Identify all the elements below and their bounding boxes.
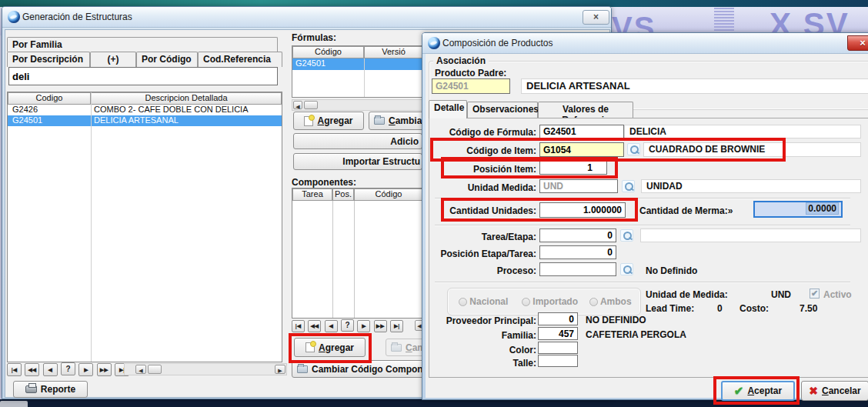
- posicion-etapa-field[interactable]: [539, 245, 616, 259]
- nav-help-button[interactable]: ?: [341, 319, 354, 332]
- radio-nacional[interactable]: Nacional: [459, 296, 508, 307]
- proveedor-field[interactable]: [538, 312, 578, 325]
- proceso-field[interactable]: [539, 262, 616, 276]
- table-row-selected[interactable]: G24501 DELICIA ARTESANAL: [8, 115, 282, 126]
- tarea-etapa-label: Tarea/Etapa:: [436, 232, 536, 242]
- posicion-item-label: Posición Item:: [436, 164, 536, 175]
- tab-plus[interactable]: (+): [90, 52, 136, 67]
- posicion-item-field[interactable]: [539, 161, 607, 175]
- cancelar-button[interactable]: ✖ Cancelar: [801, 381, 868, 401]
- formulas-row-selected[interactable]: G24501: [292, 58, 423, 70]
- cantidad-merma-field[interactable]: 0.0000: [753, 201, 843, 218]
- column-header-version[interactable]: Versió: [364, 46, 423, 58]
- color-label: Color:: [429, 345, 536, 355]
- column-header-pos[interactable]: Pos.: [332, 188, 354, 201]
- formulas-scrollbar[interactable]: ◀: [292, 99, 424, 111]
- posicion-etapa-label: Posición Etapa/Tarea:: [429, 249, 536, 259]
- aceptar-button[interactable]: ✔ Aceptar: [721, 381, 795, 401]
- close-icon[interactable]: ×: [847, 35, 868, 51]
- producto-padre-field[interactable]: [432, 78, 510, 94]
- tab-por-familia[interactable]: Por Familia: [7, 37, 278, 52]
- codigo-item-field[interactable]: [539, 142, 624, 157]
- scroll-left-icon[interactable]: ◀: [135, 365, 146, 374]
- asociacion-label: Asociación: [433, 55, 489, 66]
- scroll-thumb[interactable]: [304, 101, 318, 109]
- lookup-icon[interactable]: [627, 143, 640, 155]
- column-divider: [364, 58, 365, 97]
- nav-back-button[interactable]: ◀: [43, 363, 58, 376]
- tab-valores-referencia[interactable]: Valores de Referencia: [538, 102, 633, 118]
- tab-detalle[interactable]: Detalle: [429, 100, 467, 118]
- componentes-table: Tarea Pos. Código: [292, 188, 424, 319]
- tab-por-descripcion[interactable]: Por Descripción: [7, 52, 90, 67]
- scroll-right-icon[interactable]: ▶: [275, 365, 285, 374]
- horizontal-scrollbar[interactable]: ◀ ▶: [124, 363, 287, 375]
- adicional-button[interactable]: Adicio: [293, 133, 422, 149]
- column-header-tarea[interactable]: Tarea: [292, 188, 332, 201]
- componentes-agregar-button[interactable]: Agregar: [294, 338, 366, 357]
- column-divider: [332, 201, 333, 318]
- printer-icon: [25, 385, 37, 393]
- nav-help-button[interactable]: ?: [61, 362, 75, 375]
- nav-last-button[interactable]: ▶|: [390, 320, 403, 332]
- familia-descripcion: CAFETERIA PERGOLA: [586, 329, 686, 340]
- nav-back-button[interactable]: ◀: [325, 320, 338, 332]
- scroll-left-icon[interactable]: ◀: [293, 101, 302, 109]
- close-icon[interactable]: ×: [583, 10, 609, 25]
- talle-field[interactable]: [538, 355, 578, 367]
- search-input[interactable]: [8, 67, 278, 85]
- lookup-icon[interactable]: [620, 263, 633, 275]
- familia-field[interactable]: [538, 327, 578, 340]
- lookup-icon[interactable]: [622, 180, 635, 192]
- column-header-codigo[interactable]: Codigo: [8, 92, 91, 105]
- formulas-agregar-button[interactable]: Agregar: [293, 112, 364, 130]
- titlebar-generacion: Generación de Estructuras ×: [2, 7, 611, 28]
- cell-descripcion: DELICIA ARTESANAL: [94, 115, 179, 125]
- nav-forward-button[interactable]: ▶: [78, 363, 93, 376]
- nav-fast-forward-button[interactable]: ▶▶: [374, 320, 387, 332]
- titlebar-composicion: Composición de Productos: [422, 33, 868, 54]
- app-icon: [8, 11, 20, 23]
- codigo-formula-field[interactable]: [539, 125, 624, 138]
- unidad-medida-field[interactable]: [539, 179, 618, 193]
- nav-first-button[interactable]: |◀: [7, 363, 22, 376]
- nav-forward-button[interactable]: ▶: [357, 320, 370, 332]
- tab-observaciones[interactable]: Observaciones: [467, 102, 538, 118]
- cell-codigo: G24501: [12, 115, 42, 125]
- tab-cod-referencia[interactable]: Cod.Referencia: [198, 52, 282, 67]
- tarea-etapa-field[interactable]: [539, 229, 616, 242]
- nav-fast-forward-button[interactable]: ▶▶: [97, 363, 112, 376]
- proceso-label: Proceso:: [436, 265, 536, 276]
- cantidad-unidades-field[interactable]: [539, 202, 626, 218]
- reporte-button[interactable]: Reporte: [13, 381, 88, 398]
- activo-checkbox[interactable]: ✔: [810, 289, 820, 299]
- scroll-thumb[interactable]: [148, 365, 162, 374]
- costo-value: 7.50: [800, 303, 817, 314]
- nav-fast-back-button[interactable]: ◀◀: [25, 363, 39, 376]
- column-header-codigo[interactable]: Código: [354, 188, 423, 201]
- cell-descripcion: COMBO 2- CAFE DOBLE CON DELICIA: [94, 105, 248, 114]
- table-row[interactable]: G2426 COMBO 2- CAFE DOBLE CON DELICIA: [8, 105, 282, 115]
- lookup-icon[interactable]: [620, 229, 633, 242]
- radio-icon: [522, 298, 530, 306]
- cantidad-merma-label: Cantidad de Merma:»: [639, 205, 733, 216]
- producto-padre-label: Producto Padre:: [435, 68, 506, 78]
- divider: [435, 282, 850, 283]
- radio-ambos[interactable]: Ambos: [589, 296, 632, 307]
- folder-icon: [297, 365, 308, 373]
- color-field[interactable]: [538, 342, 578, 354]
- origen-group: Nacional Importado Ambos: [447, 288, 641, 315]
- unidad-medida-descripcion: UNIDAD: [641, 179, 861, 193]
- tab-por-codigo[interactable]: Por Código: [136, 52, 198, 67]
- nav-fast-back-button[interactable]: ◀◀: [308, 320, 321, 332]
- radio-importado[interactable]: Importado: [522, 296, 578, 307]
- nav-first-button[interactable]: |◀: [292, 320, 305, 332]
- lead-time-value: 0: [717, 303, 723, 314]
- selected-text: 0.0000: [806, 202, 839, 215]
- radio-icon: [589, 298, 598, 306]
- results-table: Codigo Descripcion Detallada G2426 COMBO…: [7, 92, 282, 362]
- importar-estructura-button[interactable]: Importar Estructu: [293, 153, 422, 170]
- column-header-codigo[interactable]: Código: [292, 46, 364, 58]
- componentes-label: Componentes:: [292, 177, 356, 188]
- column-header-descripcion[interactable]: Descripcion Detallada: [91, 92, 282, 105]
